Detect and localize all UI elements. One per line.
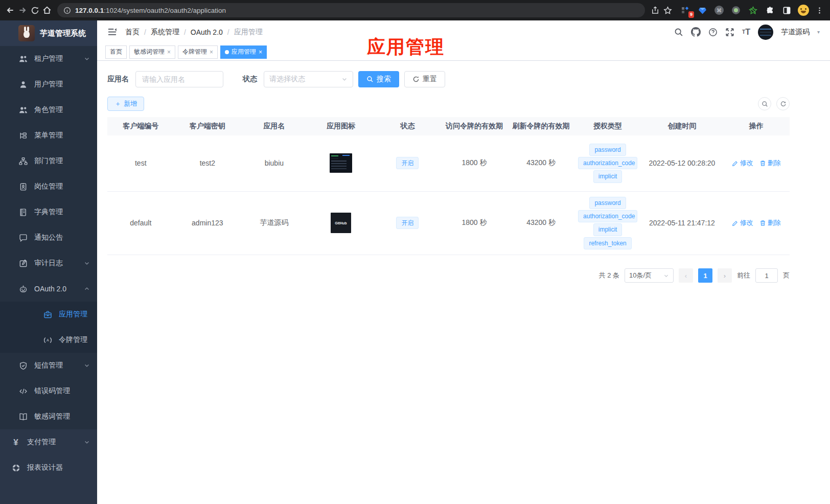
roles-icon xyxy=(18,105,28,114)
prev-page-button[interactable]: ‹ xyxy=(679,268,693,283)
extension-icon-record[interactable] xyxy=(729,4,743,17)
column-header: 应用名 xyxy=(241,117,308,135)
sidebar-item-post[interactable]: 岗位管理 xyxy=(0,174,97,199)
status-select[interactable]: 请选择状态 xyxy=(264,71,353,87)
sidebar-item-label: 菜单管理 xyxy=(34,131,63,140)
breadcrumb-item[interactable]: 系统管理 xyxy=(151,28,179,37)
toggle-search-button[interactable] xyxy=(758,97,771,110)
close-icon[interactable]: × xyxy=(259,49,262,55)
close-icon[interactable]: × xyxy=(210,49,213,55)
fullscreen-icon[interactable] xyxy=(725,28,734,37)
status-cell: 开启 xyxy=(374,135,441,191)
bookmark-star-icon[interactable] xyxy=(662,3,673,18)
tag-tab[interactable]: 令牌管理× xyxy=(178,45,218,59)
extension-icon-gem[interactable] xyxy=(696,4,709,17)
github-icon[interactable] xyxy=(691,27,701,37)
page-size-value: 10条/页 xyxy=(629,271,652,280)
sidebar-item-audit-log[interactable]: 审计日志 xyxy=(0,250,97,276)
reset-button[interactable]: 重置 xyxy=(404,71,445,87)
user-menu-caret-icon[interactable]: ▾ xyxy=(817,29,820,35)
browser-home-icon[interactable] xyxy=(42,3,52,18)
sidebar-item-error-code[interactable]: 错误码管理 xyxy=(0,378,97,404)
browser-forward-icon[interactable] xyxy=(17,3,28,18)
extension-icon-star[interactable] xyxy=(746,4,759,17)
tag-tab[interactable]: 首页 xyxy=(105,45,127,59)
extension-icon-command[interactable]: ⌘ xyxy=(712,4,726,17)
help-icon[interactable] xyxy=(708,28,718,37)
address-bar[interactable]: 127.0.0.1:1024/system/oauth2/oauth2/appl… xyxy=(57,3,645,17)
site-info-icon[interactable] xyxy=(63,7,71,14)
browser-reload-icon[interactable] xyxy=(30,3,40,18)
column-header: 创建时间 xyxy=(641,117,723,135)
sidebar-item-pay[interactable]: ¥支付管理 xyxy=(0,429,97,455)
delete-button[interactable]: 删除 xyxy=(759,158,781,168)
column-header: 客户端密钥 xyxy=(174,117,241,135)
edit-button[interactable]: 修改 xyxy=(732,158,753,168)
sidebar-item-oauth2-application[interactable]: 应用管理 xyxy=(0,302,97,327)
breadcrumb-item: 应用管理 xyxy=(234,28,263,37)
user-avatar[interactable] xyxy=(758,25,773,40)
extensions-puzzle-icon[interactable] xyxy=(763,4,776,17)
grant-type-tag: refresh_token xyxy=(584,237,631,249)
browser-back-icon[interactable] xyxy=(5,3,15,18)
page-size-select[interactable]: 10条/页 xyxy=(625,268,674,283)
sidebar-item-dept[interactable]: 部门管理 xyxy=(0,148,97,174)
sidebar-item-label: 报表设计器 xyxy=(27,463,63,472)
tag-tab[interactable]: 应用管理× xyxy=(220,45,267,59)
sidebar-item-dict[interactable]: 字典管理 xyxy=(0,199,97,225)
refresh-table-button[interactable] xyxy=(776,97,790,110)
tag-tab[interactable]: 敏感词管理× xyxy=(129,45,175,59)
sidebar-item-role[interactable]: 角色管理 xyxy=(0,97,97,123)
filter-form: 应用名 状态 请选择状态 搜索 重置 xyxy=(107,71,790,87)
sidebar-item-label: 用户管理 xyxy=(34,80,63,89)
sidebar-item-user[interactable]: 用户管理 xyxy=(0,72,97,97)
badge-icon xyxy=(18,182,28,191)
page-number-button[interactable]: 1 xyxy=(698,268,712,283)
app-icon-image[interactable]: GitHub xyxy=(331,213,351,233)
breadcrumb-item[interactable]: OAuth 2.0 xyxy=(191,28,223,36)
delete-button[interactable]: 删除 xyxy=(759,218,781,227)
sidebar-item-notice[interactable]: 通知公告 xyxy=(0,225,97,250)
sidebar-item-tenant[interactable]: 租户管理 xyxy=(0,46,97,72)
sidebar-item-sms[interactable]: 短信管理 xyxy=(0,353,97,378)
font-size-icon[interactable]: TT xyxy=(742,28,750,37)
sidebar-menu: 租户管理用户管理角色管理菜单管理部门管理岗位管理字典管理通知公告审计日志OAut… xyxy=(0,46,97,480)
profile-avatar-icon[interactable] xyxy=(797,4,810,17)
app-icon-image[interactable] xyxy=(330,153,352,173)
active-dot xyxy=(225,50,229,54)
client-secret-cell: admin123 xyxy=(174,191,241,255)
sidebar-item-label: 部门管理 xyxy=(34,156,63,166)
goto-page-input[interactable] xyxy=(755,268,778,283)
next-page-button[interactable]: › xyxy=(718,268,732,283)
dictionary-icon xyxy=(18,208,28,217)
browser-menu-icon[interactable] xyxy=(814,3,825,18)
grant-type-tag: authorization_code xyxy=(578,210,637,222)
header-search-icon[interactable] xyxy=(674,28,683,37)
reading-mode-icon[interactable] xyxy=(780,4,793,17)
app-logo-row[interactable]: 芋道管理系统 xyxy=(0,20,97,46)
sidebar-collapse-icon[interactable] xyxy=(107,27,117,37)
page-unit-label: 页 xyxy=(783,271,790,280)
sidebar-item-oauth2[interactable]: OAuth 2.0 xyxy=(0,276,97,302)
pagination: 共 2 条 10条/页 ‹ 1 › 前往 页 xyxy=(107,268,790,283)
add-button[interactable]: ＋ 新增 xyxy=(107,97,144,111)
sidebar-item-oauth2-token[interactable]: A令牌管理 xyxy=(0,327,97,353)
share-icon[interactable] xyxy=(650,3,660,18)
extension-tray: 9 ⌘ xyxy=(679,3,825,18)
user-name[interactable]: 芋道源码 xyxy=(781,28,810,37)
sidebar-item-report[interactable]: 报表设计器 xyxy=(0,455,97,480)
svg-text:A: A xyxy=(47,338,49,342)
sidebar-item-menu[interactable]: 菜单管理 xyxy=(0,123,97,148)
edit-button[interactable]: 修改 xyxy=(732,218,753,227)
sidebar-item-sensitive-word[interactable]: 敏感词管理 xyxy=(0,404,97,429)
breadcrumb-item[interactable]: 首页 xyxy=(125,28,140,37)
grant-types-cell: passwordauthorization_codeimplicitrefres… xyxy=(574,191,641,255)
extension-icon-blocks[interactable]: 9 xyxy=(679,4,692,17)
table-row: defaultadmin123芋道源码GitHub开启1800 秒43200 秒… xyxy=(107,191,790,255)
app-name-input[interactable] xyxy=(135,71,223,87)
close-icon[interactable]: × xyxy=(167,49,171,55)
chevron-down-icon xyxy=(84,362,90,369)
trash-icon xyxy=(759,160,766,167)
search-button[interactable]: 搜索 xyxy=(358,71,399,87)
search-button-label: 搜索 xyxy=(377,75,391,84)
